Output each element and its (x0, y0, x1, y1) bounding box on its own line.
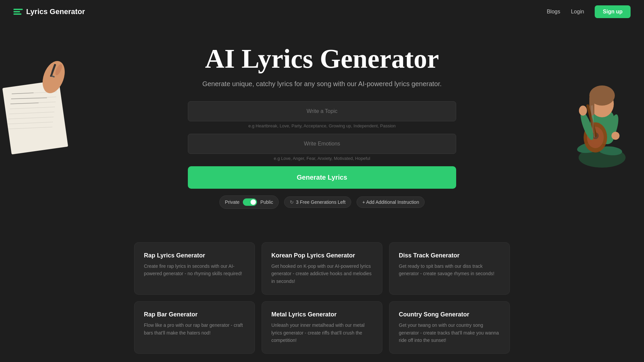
form-container: e.g Heartbreak, Love, Party, Acceptance,… (188, 101, 456, 209)
controls-row: Private Public ↻ 3 Free Generations Left… (188, 195, 456, 209)
card-desc-4: Unleash your inner metalhead with our me… (271, 321, 373, 344)
card-desc-0: Create fire rap lyrics in seconds with o… (144, 262, 245, 278)
svg-point-32 (579, 106, 587, 116)
nav-links: Blogs Login Sign up (547, 5, 631, 18)
svg-rect-0 (2, 80, 68, 155)
card-title-3: Rap Bar Generator (144, 311, 245, 318)
card-title-0: Rap Lyrics Generator (144, 252, 245, 259)
generations-badge: ↻ 3 Free Generations Left (284, 196, 351, 208)
signup-button[interactable]: Sign up (595, 5, 631, 18)
card-item[interactable]: Country Song Generator Get your twang on… (389, 301, 510, 354)
topic-input[interactable] (188, 101, 456, 121)
card-item[interactable]: Korean Pop Lyrics Generator Get hooked o… (262, 242, 382, 295)
generations-label: 3 Free Generations Left (296, 199, 345, 205)
card-item[interactable]: Rap Bar Generator Flow like a pro with o… (134, 301, 255, 354)
logo[interactable]: Lyrics Generator (13, 7, 85, 16)
card-desc-1: Get hooked on K-pop with our AI-powered … (271, 262, 373, 285)
toggle-switch[interactable] (243, 198, 257, 206)
logo-icon (13, 7, 23, 16)
card-title-4: Metal Lyrics Generator (271, 311, 373, 318)
card-item[interactable]: Metal Lyrics Generator Unleash your inne… (262, 301, 382, 354)
cards-grid: Rap Lyrics Generator Create fire rap lyr… (134, 242, 510, 354)
card-title-2: Diss Track Generator (399, 252, 500, 259)
card-desc-3: Flow like a pro with our rap bar generat… (144, 321, 245, 337)
logo-bar-2 (13, 11, 20, 12)
public-label: Public (260, 199, 273, 205)
nav-blogs-link[interactable]: Blogs (547, 9, 560, 15)
emotions-hint: e.g Love, Anger, Fear, Anxiety, Motivate… (188, 156, 456, 161)
svg-point-33 (611, 132, 620, 140)
card-item[interactable]: Diss Track Generator Get ready to spit b… (389, 242, 510, 295)
hero-title: AI Lyrics Generator (7, 44, 637, 74)
add-instruction-label: + Add Additional Instruction (362, 199, 419, 205)
privacy-toggle[interactable]: Private Public (219, 195, 279, 209)
card-desc-2: Get ready to spit bars with our diss tra… (399, 262, 500, 278)
refresh-icon: ↻ (290, 199, 294, 205)
logo-text: Lyrics Generator (26, 7, 85, 16)
toggle-knob (251, 199, 256, 205)
card-title-5: Country Song Generator (399, 311, 500, 318)
nav-login-link[interactable]: Login (571, 9, 584, 15)
emotions-input[interactable] (188, 134, 456, 154)
navbar: Lyrics Generator Blogs Login Sign up (0, 0, 644, 23)
cards-section: Rap Lyrics Generator Create fire rap lyr… (121, 242, 523, 354)
hero-section: AI Lyrics Generator Generate unique, cat… (0, 23, 644, 242)
generate-button[interactable]: Generate Lyrics (188, 166, 456, 189)
private-label: Private (225, 199, 240, 205)
add-instruction-button[interactable]: + Add Additional Instruction (357, 196, 425, 208)
logo-bar-3 (13, 13, 21, 15)
topic-hint: e.g Heartbreak, Love, Party, Acceptance,… (188, 123, 456, 128)
logo-bar-1 (13, 9, 23, 10)
card-item[interactable]: Rap Lyrics Generator Create fire rap lyr… (134, 242, 255, 295)
hero-subtitle: Generate unique, catchy lyrics for any s… (7, 80, 637, 88)
card-title-1: Korean Pop Lyrics Generator (271, 252, 373, 259)
card-desc-5: Get your twang on with our country song … (399, 321, 500, 344)
